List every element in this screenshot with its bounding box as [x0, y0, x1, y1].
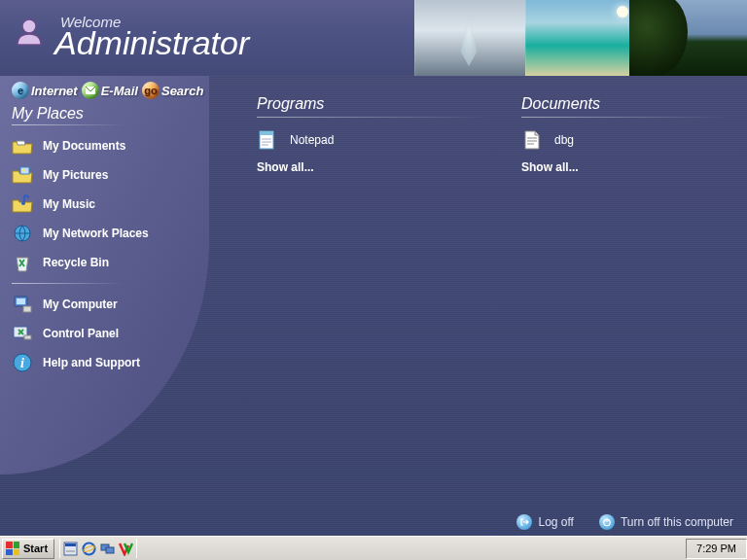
taskbar-divider	[136, 539, 137, 558]
user-avatar-icon	[14, 16, 45, 47]
windows-logo-icon	[6, 542, 19, 555]
place-label: My Computer	[43, 298, 118, 311]
place-label: Help and Support	[43, 356, 140, 369]
pictures-folder-icon	[12, 164, 33, 186]
place-my-music[interactable]: My Music	[12, 190, 209, 219]
place-my-documents[interactable]: My Documents	[12, 131, 209, 160]
svg-rect-14	[260, 131, 273, 135]
documents-folder-icon	[12, 135, 33, 157]
quick-search[interactable]: go Search	[142, 82, 203, 99]
wallpaper-castle	[636, 0, 747, 76]
notepad-icon	[257, 129, 278, 151]
quick-launch	[63, 542, 133, 556]
place-label: Recycle Bin	[43, 256, 109, 269]
logoff-label: Log off	[538, 515, 573, 529]
place-label: Control Panel	[43, 327, 119, 340]
globe-icon: e	[12, 82, 29, 99]
turnoff-label: Turn off this computer	[621, 515, 733, 529]
place-my-computer[interactable]: My Computer	[12, 290, 209, 319]
my-places-title: My Places	[12, 105, 209, 122]
header-wallpapers	[414, 0, 747, 76]
wallpaper-beach	[525, 0, 636, 76]
program-notepad[interactable]: Notepad	[257, 129, 490, 151]
power-icon	[599, 514, 615, 530]
search-icon: go	[142, 82, 160, 99]
control-panel-icon	[12, 323, 33, 344]
info-icon: i	[12, 352, 33, 373]
desktop: Welcome Administrator e Internet E-Mail …	[0, 0, 747, 536]
place-label: My Documents	[43, 139, 125, 153]
left-panel: e Internet E-Mail go Search My Places My…	[0, 76, 209, 474]
show-desktop-icon[interactable]	[63, 542, 78, 556]
taskbar: Start 7:29 PM	[0, 536, 747, 560]
wallpaper-winter	[414, 0, 525, 76]
place-label: My Music	[43, 197, 95, 211]
documents-column: Documents dbg Show all...	[521, 95, 726, 174]
quick-search-label: Search	[161, 84, 203, 98]
divider	[521, 117, 726, 118]
quick-internet-label: Internet	[31, 84, 78, 98]
programs-column: Programs Notepad Show all...	[257, 95, 490, 174]
quick-internet[interactable]: e Internet	[12, 82, 78, 99]
logoff-icon	[516, 514, 532, 530]
clock-text: 7:29 PM	[696, 542, 736, 554]
system-clock[interactable]: 7:29 PM	[686, 539, 747, 559]
program-label: Notepad	[290, 133, 334, 147]
place-network[interactable]: My Network Places	[12, 219, 209, 248]
start-label: Start	[23, 542, 48, 554]
divider	[12, 283, 138, 284]
computer-icon	[12, 294, 33, 315]
divider	[257, 117, 490, 118]
quick-email[interactable]: E-Mail	[82, 82, 138, 99]
divider	[12, 124, 138, 125]
svg-rect-8	[23, 306, 31, 312]
place-recycle-bin[interactable]: Recycle Bin	[12, 248, 209, 277]
footer-actions: Log off Turn off this computer	[516, 514, 733, 530]
monitors-icon[interactable]	[100, 542, 115, 556]
svg-rect-7	[17, 298, 25, 304]
network-icon	[12, 223, 33, 244]
ie-icon[interactable]	[82, 542, 96, 556]
documents-title: Documents	[521, 95, 726, 113]
svg-text:i: i	[20, 356, 24, 370]
mail-icon	[82, 82, 99, 99]
programs-title: Programs	[257, 95, 490, 113]
place-label: My Network Places	[43, 227, 149, 240]
file-icon	[521, 129, 543, 151]
place-my-pictures[interactable]: My Pictures	[12, 160, 209, 190]
document-label: dbg	[554, 133, 574, 147]
place-help[interactable]: i Help and Support	[12, 348, 209, 377]
header: Welcome Administrator	[0, 0, 747, 76]
programs-show-all[interactable]: Show all...	[257, 160, 490, 174]
username-label: Administrator	[54, 24, 249, 62]
quick-email-label: E-Mail	[101, 84, 138, 98]
v-icon[interactable]	[119, 542, 133, 556]
start-button[interactable]: Start	[2, 539, 54, 559]
place-label: My Pictures	[43, 168, 108, 182]
svg-rect-10	[24, 335, 31, 339]
svg-rect-18	[65, 543, 76, 546]
music-folder-icon	[12, 193, 33, 215]
svg-rect-22	[106, 547, 114, 553]
documents-show-all[interactable]: Show all...	[521, 160, 726, 174]
svg-point-3	[22, 169, 25, 172]
place-control-panel[interactable]: Control Panel	[12, 319, 209, 348]
svg-rect-2	[20, 167, 29, 174]
logoff-button[interactable]: Log off	[516, 514, 573, 530]
svg-point-0	[22, 19, 36, 33]
taskbar-divider	[59, 539, 60, 558]
document-dbg[interactable]: dbg	[521, 129, 726, 151]
svg-point-4	[21, 201, 25, 205]
recycle-bin-icon	[12, 252, 33, 273]
turnoff-button[interactable]: Turn off this computer	[599, 514, 733, 530]
